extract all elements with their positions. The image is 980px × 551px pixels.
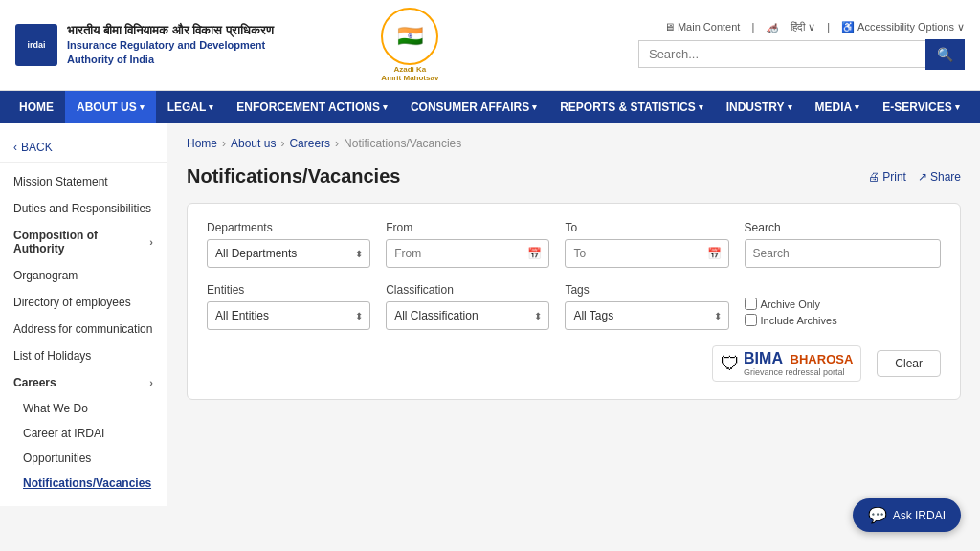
chevron-down-icon: ▾	[140, 102, 145, 112]
divider: |	[751, 21, 754, 33]
include-archives-checkbox[interactable]	[745, 314, 757, 326]
content-area: Home › About us › Careers › Notification…	[167, 123, 980, 506]
sidebar-item-mission[interactable]: Mission Statement	[0, 168, 167, 195]
org-hindi: भारतीय बीमा विनियामक और विकास प्राधिकरण	[67, 23, 274, 38]
search-input[interactable]	[638, 40, 925, 68]
sidebar-item-careers[interactable]: Careers ›	[0, 369, 167, 396]
filter-search-input[interactable]	[745, 239, 941, 268]
filter-group-entities: Entities All Entities	[207, 283, 370, 330]
from-date-wrapper: 📅	[386, 239, 549, 268]
from-date-input[interactable]	[386, 239, 549, 268]
filter-row-1: Departments All Departments From 📅	[207, 221, 941, 268]
ask-irdai-button[interactable]: 💬 Ask IRDAI	[853, 498, 961, 506]
hindi-link[interactable]: हिंदी ∨	[791, 21, 815, 33]
tags-wrapper: All Tags	[565, 301, 728, 330]
filter-group-classification: Classification All Classification	[386, 283, 549, 330]
main-nav: HOME ABOUT US ▾ LEGAL ▾ ENFORCEMENT ACTI…	[0, 91, 980, 123]
chevron-left-icon: ‹	[13, 141, 17, 154]
org-english: Insurance Regulatory and Development Aut…	[67, 38, 274, 68]
nav-item-legal[interactable]: LEGAL ▾	[156, 91, 226, 123]
breadcrumb: Home › About us › Careers › Notification…	[187, 137, 961, 150]
bima-icon: 🛡	[721, 353, 740, 375]
from-label: From	[386, 221, 549, 234]
nav-item-industry[interactable]: INDUSTRY ▾	[715, 91, 804, 123]
nav-item-about[interactable]: ABOUT US ▾	[65, 91, 156, 123]
filter-group-departments: Departments All Departments	[207, 221, 370, 268]
include-archives-label: Include Archives	[745, 314, 941, 326]
sidebar-item-address[interactable]: Address for communication	[0, 316, 167, 342]
chevron-down-icon: ▾	[955, 102, 960, 112]
search-bar: 🔍	[638, 39, 965, 70]
divider2: |	[827, 21, 830, 33]
sidebar-item-composition[interactable]: Composition of Authority ›	[0, 222, 167, 262]
print-button[interactable]: 🖨 Print	[868, 170, 906, 184]
sidebar-item-organogram[interactable]: Organogram	[0, 262, 167, 289]
nav-item-home[interactable]: HOME	[8, 91, 65, 123]
monitor-icon: 🖥	[664, 21, 675, 33]
sidebar-item-holidays[interactable]: List of Holidays	[0, 342, 167, 369]
sidebar-item-duties[interactable]: Duties and Responsibilities	[0, 195, 167, 222]
classification-wrapper: All Classification	[386, 301, 549, 330]
bima-logo: 🛡 BIMA BHAROSA Grievance redressal porta…	[712, 345, 861, 382]
nav-item-reports[interactable]: REPORTS & STATISTICS ▾	[548, 91, 715, 123]
chevron-down-icon: ▾	[209, 102, 213, 112]
share-button[interactable]: ↗ Share	[918, 170, 961, 184]
main-content: ‹ BACK Mission Statement Duties and Resp…	[0, 123, 980, 506]
azadi-text: Azadi Ka Amrit Mahotsav	[381, 65, 438, 82]
archive-only-checkbox[interactable]	[745, 298, 757, 310]
chevron-down-icon: ▾	[699, 102, 703, 112]
accessibility-link[interactable]: ♿ Accessibility Options ∨	[841, 21, 965, 33]
breadcrumb-home[interactable]: Home	[187, 137, 217, 150]
breadcrumb-current: Notifications/Vacancies	[344, 137, 461, 150]
breadcrumb-careers[interactable]: Careers	[289, 137, 330, 150]
nav-item-enforcement[interactable]: ENFORCEMENT ACTIONS ▾	[225, 91, 399, 123]
departments-select[interactable]: All Departments	[207, 239, 370, 268]
calendar-icon: 📅	[527, 247, 542, 260]
filter-row-2: Entities All Entities Classification All…	[207, 283, 941, 330]
entities-wrapper: All Entities	[207, 301, 370, 330]
sidebar-back-button[interactable]: ‹ BACK	[0, 133, 167, 163]
clear-button[interactable]: Clear	[877, 350, 941, 377]
nav-item-eservices[interactable]: E-SERVICES ▾	[871, 91, 970, 123]
sidebar-sub-notifications[interactable]: Notifications/Vacancies	[0, 471, 167, 496]
header-right: 🖥 Main Content | 🦽 हिंदी ∨ | ♿ Accessibi…	[638, 21, 965, 70]
breadcrumb-aboutus[interactable]: About us	[231, 137, 276, 150]
breadcrumb-sep: ›	[222, 137, 226, 150]
breadcrumb-sep3: ›	[335, 137, 339, 150]
header-top-links: 🖥 Main Content | 🦽 हिंदी ∨ | ♿ Accessibi…	[664, 21, 965, 33]
nav-item-consumer[interactable]: CONSUMER AFFAIRS ▾	[399, 91, 548, 123]
classification-label: Classification	[386, 283, 549, 297]
bima-title: BIMA BHAROSA	[744, 350, 853, 367]
sidebar-sub-careerirdai[interactable]: Career at IRDAI	[0, 421, 167, 446]
chevron-down-icon: ▾	[855, 102, 859, 112]
logo-text: irdai	[27, 40, 45, 51]
departments-label: Departments	[207, 221, 370, 234]
page-title: Notifications/Vacancies	[187, 165, 400, 187]
chevron-down-icon: ▾	[788, 102, 792, 112]
breadcrumb-sep2: ›	[280, 137, 284, 150]
to-label: To	[565, 221, 728, 234]
entities-select[interactable]: All Entities	[207, 301, 370, 330]
chevron-down-icon: ▾	[383, 102, 388, 112]
sidebar-sub-whatwedo[interactable]: What We Do	[0, 396, 167, 421]
search-label: Search	[745, 221, 941, 234]
calendar-icon-to: 📅	[707, 247, 722, 260]
sidebar-sub-opportunities[interactable]: Opportunities	[0, 446, 167, 471]
chevron-right-icon: ›	[149, 377, 153, 388]
bima-subtitle: Grievance redressal portal	[744, 367, 853, 377]
classification-select[interactable]: All Classification	[386, 301, 549, 330]
accessibility-icon: ♿	[841, 21, 855, 33]
accessibility-icon-link[interactable]: 🦽	[766, 21, 779, 33]
nav-item-media[interactable]: MEDIA ▾	[804, 91, 872, 123]
departments-wrapper: All Departments	[207, 239, 370, 268]
sidebar-item-directory[interactable]: Directory of employees	[0, 289, 167, 316]
filter-group-search: Search	[745, 221, 941, 268]
tags-select[interactable]: All Tags	[565, 301, 728, 330]
main-content-link[interactable]: 🖥 Main Content	[664, 21, 740, 33]
chevron-right-icon: ›	[149, 236, 153, 248]
to-date-input[interactable]	[565, 239, 728, 268]
nav-item-careers[interactable]: CAREERS	[971, 91, 980, 123]
tags-label: Tags	[565, 283, 728, 297]
search-button[interactable]: 🔍	[925, 39, 965, 70]
filter-card: Departments All Departments From 📅	[187, 203, 961, 400]
